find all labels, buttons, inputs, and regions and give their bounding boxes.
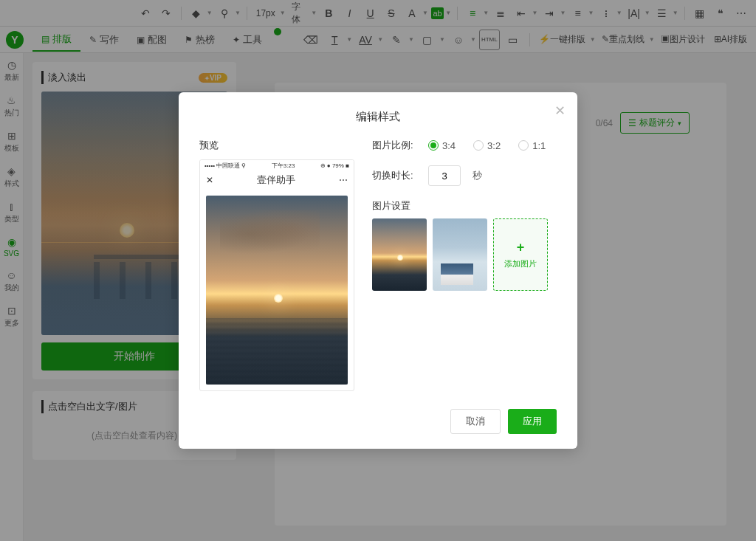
- phone-header: ✕ 壹伴助手 ⋯: [200, 170, 354, 190]
- phone-statusbar: ••••• 中国联通 ⚲ 下午3:23 ⊕ ● 79% ■: [200, 160, 354, 170]
- phone-preview: ••••• 中国联通 ⚲ 下午3:23 ⊕ ● 79% ■ ✕ 壹伴助手 ⋯: [199, 159, 354, 391]
- ratio-option-3-2[interactable]: 3:2: [473, 140, 501, 151]
- image-thumb-1[interactable]: [372, 218, 427, 291]
- image-settings-label: 图片设置: [372, 199, 557, 213]
- duration-unit: 秒: [472, 169, 482, 182]
- phone-preview-image: [206, 196, 348, 385]
- preview-label: 预览: [199, 139, 354, 152]
- cancel-button[interactable]: 取消: [450, 409, 501, 434]
- ratio-option-3-4[interactable]: 3:4: [428, 140, 456, 151]
- edit-style-modal: ✕ 编辑样式 预览 ••••• 中国联通 ⚲ 下午3:23 ⊕ ● 79% ■ …: [179, 92, 577, 449]
- ratio-label: 图片比例:: [372, 139, 416, 152]
- ratio-option-1-1[interactable]: 1:1: [518, 140, 546, 151]
- phone-more-icon: ⋯: [339, 175, 348, 185]
- plus-icon: +: [517, 240, 525, 255]
- duration-label: 切换时长:: [372, 169, 416, 182]
- modal-overlay: ✕ 编辑样式 预览 ••••• 中国联通 ⚲ 下午3:23 ⊕ ● 79% ■ …: [0, 0, 756, 541]
- add-image-button[interactable]: + 添加图片: [493, 218, 548, 291]
- duration-input[interactable]: [428, 165, 461, 186]
- close-icon[interactable]: ✕: [554, 103, 566, 119]
- modal-title: 编辑样式: [199, 110, 557, 124]
- phone-close-icon: ✕: [206, 175, 213, 185]
- apply-button[interactable]: 应用: [508, 409, 557, 434]
- ratio-radio-group: 3:4 3:2 1:1: [428, 140, 546, 151]
- image-thumb-2[interactable]: [433, 218, 487, 291]
